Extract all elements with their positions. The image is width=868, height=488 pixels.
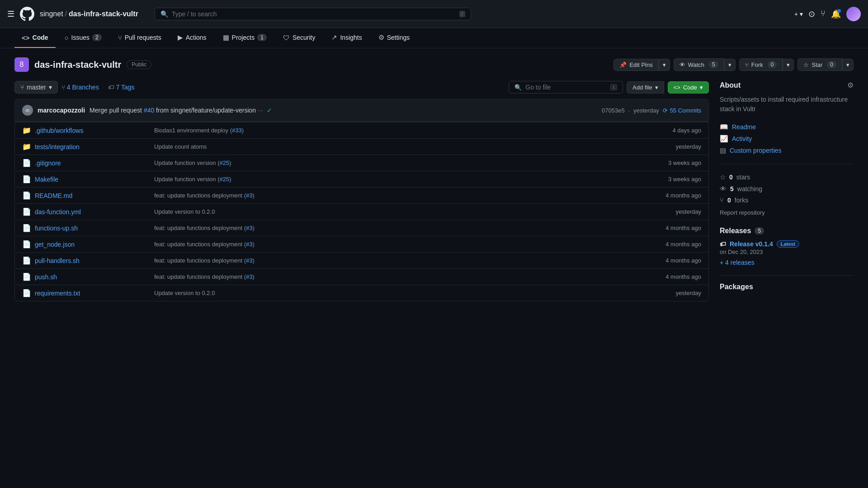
file-name-cell-readme[interactable]: 📄 README.md [22,191,149,200]
file-browser: ⑂ master ▾ ⑂ 4 Branches · 🏷 7 Tags 🔍 t A… [14,81,709,301]
tab-insights[interactable]: ↗ Insights [324,28,369,48]
avatar[interactable] [846,7,861,21]
tab-code[interactable]: <> Code [14,28,56,48]
file-row-push: 📄 push.sh feat: update functions deploym… [15,268,708,285]
repo-visibility-badge: Public [127,60,151,69]
activity-link[interactable]: 📈 Activity [720,133,854,145]
commit-msg-cell-push: feat: update functions deployment (#3) [154,273,623,280]
fork-button[interactable]: ⑂ Fork 0 [739,58,783,71]
branch-chevron-icon: ▾ [49,84,52,91]
more-releases-link[interactable]: + 4 releases [720,259,755,266]
tab-actions[interactable]: ▶ Actions [170,28,214,48]
search-input[interactable] [172,10,456,18]
commit-pr-link[interactable]: #40 [144,107,154,114]
release-date: on Dec 20, 2023 [720,249,854,255]
code-icon: <> [674,84,680,91]
fork-button-group: ⑂ Fork 0 ▾ [739,58,794,71]
code-button-group: <> Code ▾ [668,81,709,94]
create-new-button[interactable]: + ▾ [794,10,803,18]
repo-icon: 8 [14,57,29,72]
security-tab-label: Security [292,34,316,41]
branch-selector[interactable]: ⑂ master ▾ [14,81,58,94]
issues-icon-button[interactable]: ⊙ [808,9,815,19]
search-icon: 🔍 [160,10,168,18]
file-name-cell-makefile[interactable]: 📄 Makefile [22,175,149,183]
file-name-cell-push[interactable]: 📄 push.sh [22,272,149,281]
file-name-cell-gitignore[interactable]: 📄 .gitignore [22,159,149,167]
add-file-button[interactable]: Add file ▾ [627,81,664,94]
actions-tab-label: Actions [186,34,207,41]
file-name-cell-pull-handlers[interactable]: 📄 pull-handlers.sh [22,256,149,265]
edit-pins-button[interactable]: 📌 Edit Pins [613,59,658,71]
date-cell-tests: yesterday [629,143,701,150]
fork-dropdown[interactable]: ▾ [783,59,794,71]
commit-pr-link-readme[interactable]: #3 [246,192,252,199]
file-name-cell-workflows[interactable]: 📁 .github/workflows [22,126,149,135]
date-cell-push: 4 months ago [629,273,701,280]
tab-issues[interactable]: ○ Issues 2 [57,28,109,48]
hamburger-button[interactable]: ☰ [7,9,14,19]
commit-author-name[interactable]: marcocapozzoli [38,107,85,114]
add-file-button-group: Add file ▾ [627,81,664,94]
custom-props-icon: ▤ [720,146,726,155]
file-name-cell-get-node[interactable]: 📄 get_node.json [22,240,149,249]
projects-tab-label: Projects [232,34,255,41]
report-repository-link[interactable]: Report repository [720,209,854,216]
file-name-cell-functions-up[interactable]: 📄 functions-up.sh [22,224,149,232]
releases-header: Releases 5 [720,227,854,235]
tags-link[interactable]: 7 Tags [116,84,135,91]
commit-pr-link-makefile[interactable]: #25 [220,176,230,183]
commit-pr-link-get-node[interactable]: #3 [246,241,252,248]
file-name-text-push: push.sh [35,273,57,281]
about-settings-icon[interactable]: ⚙ [847,81,854,89]
latest-release: 🏷 Release v0.1.4 Latest on Dec 20, 2023 [720,240,854,255]
add-file-chevron-icon: ▾ [655,84,658,91]
code-button[interactable]: <> Code ▾ [668,81,709,94]
commit-pr-link-push[interactable]: #3 [246,273,252,280]
date-cell-get-node: 4 months ago [629,241,701,248]
folder-icon-tests: 📁 [22,142,31,151]
release-link[interactable]: Release v0.1.4 [730,240,773,248]
branches-icon: ⑂ [61,84,65,91]
code-tab-label: Code [33,34,48,41]
watch-dropdown[interactable]: ▾ [724,59,736,71]
branch-meta: ⑂ 4 Branches · 🏷 7 Tags [61,84,135,91]
history-icon: ⟳ [663,107,668,114]
commit-pr-link-functions-up[interactable]: #3 [246,225,252,231]
commit-msg-cell-readme: feat: update functions deployment (#3) [154,192,623,199]
tags-icon: 🏷 [108,84,114,91]
goto-file-box: 🔍 t [509,81,623,94]
pr-tab-label: Pull requests [125,34,161,41]
commit-pr-link-workflows[interactable]: #33 [232,127,242,134]
branches-link[interactable]: 4 Branches [67,84,99,91]
commit-msg-cell-makefile: Update function version (#25) [154,176,623,183]
commits-count-link[interactable]: ⟳ 55 Commits [663,107,701,114]
star-button[interactable]: ☆ Star 0 [797,58,842,71]
star-dropdown[interactable]: ▾ [842,59,854,71]
org-link[interactable]: singnet [40,10,63,18]
watching-stat: 👁 5 watching [720,183,854,194]
custom-props-link[interactable]: ▤ Custom properties [720,145,854,156]
commit-pr-link-gitignore[interactable]: #25 [220,160,230,166]
goto-file-input[interactable] [525,84,607,91]
tab-settings[interactable]: ⚙ Settings [371,28,417,48]
pull-requests-icon-button[interactable]: ⑂ [821,9,826,19]
commit-pr-link-pull-handlers[interactable]: #3 [246,257,252,264]
watch-button[interactable]: 👁 Watch 5 [674,58,724,71]
edit-pins-dropdown[interactable]: ▾ [659,59,670,71]
tab-projects[interactable]: ▦ Projects 1 [216,28,274,48]
commit-msg-cell-get-node: feat: update functions deployment (#3) [154,241,623,248]
notifications-button[interactable]: 🔔 [831,9,841,19]
readme-link[interactable]: 📖 Readme [720,121,854,133]
file-row-get-node: 📄 get_node.json feat: update functions d… [15,236,708,252]
repo-link[interactable]: das-infra-stack-vultr [69,10,138,18]
about-section: About ⚙ Scripts/assets to install requir… [720,81,854,216]
file-name-cell-das-function[interactable]: 📄 das-function.yml [22,207,149,216]
file-name-cell-tests[interactable]: 📁 tests/integration [22,142,149,151]
file-icon-das-function: 📄 [22,207,31,216]
tab-pull-requests[interactable]: ⑂ Pull requests [111,28,169,48]
pr-tab-icon: ⑂ [118,34,122,42]
security-tab-icon: 🛡 [283,34,290,42]
tab-security[interactable]: 🛡 Security [276,28,323,48]
file-name-cell-requirements[interactable]: 📄 requirements.txt [22,289,149,297]
